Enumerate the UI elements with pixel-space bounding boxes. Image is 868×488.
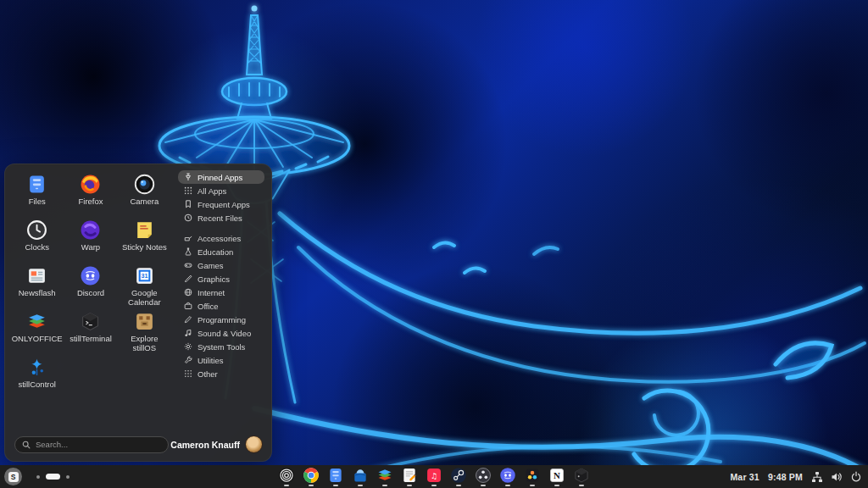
pen-icon xyxy=(184,315,192,324)
taskbar-app-files[interactable] xyxy=(327,467,344,486)
category-list: Pinned AppsAll AppsFrequent AppsRecent F… xyxy=(171,169,266,429)
app-discord[interactable]: Discord xyxy=(64,262,117,308)
workspace-dot[interactable] xyxy=(66,475,70,479)
svg-text:N: N xyxy=(554,470,560,480)
taskbar-app-text-editor[interactable] xyxy=(401,467,418,486)
workspace-switcher[interactable] xyxy=(36,474,70,480)
category-recent-files[interactable]: Recent Files xyxy=(178,211,264,225)
app-stillcontrol[interactable]: stillControl xyxy=(10,353,64,399)
onlyoffice-icon xyxy=(26,311,47,332)
onlyoffice-icon xyxy=(376,467,393,484)
launcher-button[interactable]: S xyxy=(4,468,22,485)
desktop: FilesFirefoxCameraClocksWarpSticky Notes… xyxy=(0,0,868,488)
taskbar-app-notion[interactable]: N xyxy=(548,467,565,486)
still-terminal-icon xyxy=(80,311,101,332)
category-label: System Tools xyxy=(198,342,245,352)
grid-icon xyxy=(184,186,192,195)
firefox-icon xyxy=(80,174,101,195)
app-sticky-notes[interactable]: Sticky Notes xyxy=(118,216,171,262)
category-sound-video[interactable]: Sound & Video xyxy=(178,326,264,340)
app-clocks[interactable]: Clocks xyxy=(10,216,64,262)
category-education[interactable]: Education xyxy=(178,245,264,258)
category-label: All Apps xyxy=(198,186,226,196)
power-icon[interactable] xyxy=(850,471,862,483)
taskbar-app-onlyoffice[interactable] xyxy=(376,467,393,486)
category-other[interactable]: Other xyxy=(178,367,264,380)
search-icon xyxy=(22,441,31,449)
briefcase-icon xyxy=(184,302,192,310)
category-pinned-apps[interactable]: Pinned Apps xyxy=(178,170,264,184)
gamepad-icon xyxy=(184,261,192,269)
dots-icon xyxy=(184,369,192,378)
running-indicator xyxy=(407,485,412,486)
category-label: Accessories xyxy=(198,234,241,243)
category-utilities[interactable]: Utilities xyxy=(178,353,264,367)
avatar xyxy=(245,435,263,453)
category-system-tools[interactable]: System Tools xyxy=(178,340,264,353)
app-camera[interactable]: Camera xyxy=(118,170,171,216)
taskbar-app-steam[interactable] xyxy=(450,467,467,486)
user-name: Cameron Knauff xyxy=(170,440,240,450)
workspace-dot[interactable] xyxy=(36,475,40,479)
category-label: Education xyxy=(198,247,233,257)
category-label: Graphics xyxy=(198,274,230,284)
search-placeholder: Search... xyxy=(36,440,68,449)
category-label: Pinned Apps xyxy=(198,173,242,182)
tray-date[interactable]: Mar 31 xyxy=(730,472,759,482)
taskbar-app-cube[interactable] xyxy=(573,467,590,486)
system-tray: Mar 31 9:48 PM xyxy=(730,465,862,488)
app-stillterminal[interactable]: stillTerminal xyxy=(64,308,117,353)
category-office[interactable]: Office xyxy=(178,299,264,313)
newsflash-icon xyxy=(26,265,47,286)
category-graphics[interactable]: Graphics xyxy=(178,272,264,286)
volume-icon[interactable] xyxy=(831,471,843,483)
search-input[interactable]: Search... xyxy=(14,436,169,453)
taskbar-app-blue-box[interactable] xyxy=(352,467,369,486)
user-menu[interactable]: Cameron Knauff xyxy=(170,435,263,453)
category-programming[interactable]: Programming xyxy=(178,313,264,326)
taskbar-app-chrome[interactable] xyxy=(303,467,320,486)
app-label: Newsflash xyxy=(19,289,56,298)
app-files[interactable]: Files xyxy=(10,170,64,216)
app-label: Warp xyxy=(81,243,100,252)
category-label: Frequent Apps xyxy=(198,200,250,209)
workspace-active-pill[interactable] xyxy=(46,474,60,480)
text-editor-icon xyxy=(401,467,418,484)
network-icon[interactable] xyxy=(811,471,823,483)
taskbar-app-davinci-resolve[interactable] xyxy=(524,467,541,486)
running-indicator xyxy=(333,485,338,486)
taskbar-apps: ♫N xyxy=(278,467,590,486)
taskbar-app-concentric-circles[interactable] xyxy=(278,467,295,486)
svg-text:♫: ♫ xyxy=(431,471,437,480)
taskbar-app-apple-music[interactable]: ♫ xyxy=(426,467,442,486)
category-internet[interactable]: Internet xyxy=(178,286,264,299)
app-label: Camera xyxy=(130,197,159,207)
camera-icon xyxy=(134,174,155,195)
taskbar-app-obs-studio[interactable] xyxy=(475,467,492,486)
discord-icon xyxy=(80,265,101,286)
category-label: Office xyxy=(198,302,219,311)
flask-icon xyxy=(184,247,192,256)
blue-box-icon xyxy=(352,467,369,484)
app-label: Clocks xyxy=(25,243,49,252)
category-all-apps[interactable]: All Apps xyxy=(178,184,264,197)
app-firefox[interactable]: Firefox xyxy=(64,170,117,216)
explore-stillos-icon xyxy=(134,311,155,332)
app-google-calendar[interactable]: 31Google Calendar xyxy=(118,262,171,308)
app-explore-stillos[interactable]: Explore stillOS xyxy=(118,308,171,353)
running-indicator xyxy=(554,485,559,486)
tray-time[interactable]: 9:48 PM xyxy=(768,472,803,482)
app-newsflash[interactable]: Newsflash xyxy=(10,262,64,308)
app-warp[interactable]: Warp xyxy=(64,216,117,262)
menu-footer: Search... Cameron Knauff xyxy=(14,435,263,453)
wrench-icon xyxy=(184,356,192,364)
running-indicator xyxy=(505,485,510,486)
pin-icon xyxy=(184,173,192,181)
google-calendar-icon: 31 xyxy=(134,265,155,286)
taskbar-app-discord[interactable] xyxy=(499,467,516,486)
category-games[interactable]: Games xyxy=(178,258,264,272)
category-frequent-apps[interactable]: Frequent Apps xyxy=(178,197,264,211)
app-onlyoffice[interactable]: ONLYOFFICE xyxy=(10,308,64,353)
category-label: Utilities xyxy=(198,356,224,365)
category-accessories[interactable]: Accessories xyxy=(178,231,264,245)
